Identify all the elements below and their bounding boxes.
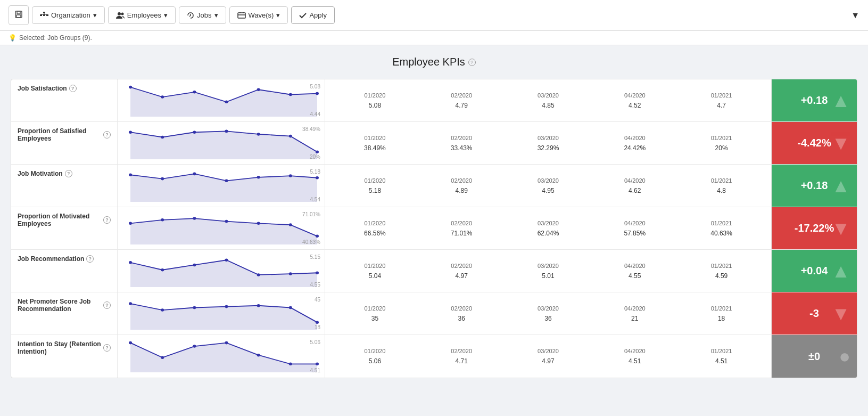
kpi-label-proportion-motivated: Proportion of Motivated Employees ? — [18, 213, 111, 227]
kpi-data-value: 38.49% — [332, 144, 418, 152]
page-title-info-icon[interactable]: ? — [468, 59, 476, 66]
svg-point-40 — [129, 222, 132, 225]
kpi-data-cell-job-recommendation: 01/202002/202003/202004/202001/2021 5.04… — [325, 250, 772, 292]
kpi-delta-cell-nps-job-recommendation: -3 ▼ — [772, 292, 857, 335]
svg-point-45 — [289, 223, 292, 226]
svg-point-60 — [257, 304, 260, 307]
kpi-info-icon-job-motivation[interactable]: ? — [65, 170, 72, 177]
main-content: Employee KPIs ? Job Satisfaction ? 5.08 … — [0, 45, 868, 389]
kpi-data-value: 4.51 — [591, 357, 678, 365]
kpi-data-value: 4.85 — [505, 102, 592, 109]
svg-point-24 — [129, 130, 132, 134]
kpi-delta-icon-intention-to-stay: ● — [839, 345, 850, 368]
kpi-chart-job-motivation — [120, 170, 323, 202]
svg-point-18 — [193, 91, 196, 94]
save-button[interactable] — [9, 5, 29, 25]
svg-point-9 — [118, 12, 121, 15]
kpi-chart-cell-proportion-satisfied: 38.49% 20% — [118, 122, 325, 164]
organization-button[interactable]: Organization ▾ — [32, 6, 105, 24]
kpi-data-cell-proportion-motivated: 01/202002/202003/202004/202001/2021 66.5… — [325, 207, 772, 249]
kpi-row-intention-to-stay: Intention to Stay (Retention Intention) … — [11, 335, 857, 378]
kpi-info-icon-job-recommendation[interactable]: ? — [86, 255, 94, 263]
svg-point-51 — [225, 258, 228, 262]
page-title: Employee KPIs ? — [11, 56, 857, 68]
svg-point-70 — [316, 363, 319, 366]
kpi-info-icon-nps-job-recommendation[interactable]: ? — [103, 301, 111, 309]
kpi-data-value: 4.51 — [678, 357, 765, 365]
kpi-data-values-job-satisfaction: 5.084.794.854.524.7 — [332, 102, 765, 109]
kpi-info-icon-intention-to-stay[interactable]: ? — [103, 344, 111, 352]
kpi-delta-value-proportion-motivated: -17.22% — [795, 222, 834, 234]
kpi-data-value: 5.04 — [332, 272, 418, 280]
kpi-chart-scale-bottom-job-recommendation: 4.55 — [310, 282, 320, 288]
svg-rect-1 — [17, 11, 20, 14]
kpi-chart-nps-job-recommendation — [120, 298, 323, 330]
svg-point-21 — [289, 93, 292, 96]
kpi-col-header: 02/2020 — [418, 305, 505, 312]
waves-button[interactable]: Wave(s) ▾ — [229, 6, 288, 24]
kpi-data-values-job-motivation: 5.184.894.954.624.8 — [332, 187, 765, 194]
kpi-delta-icon-nps-job-recommendation: ▼ — [831, 303, 850, 325]
kpi-chart-proportion-satisfied — [120, 127, 323, 159]
sub-toolbar-icon: 💡 — [9, 34, 16, 42]
kpi-data-value: 4.89 — [418, 187, 505, 194]
kpi-label-proportion-satisfied: Proportion of Satisfied Employees ? — [18, 127, 111, 142]
svg-point-38 — [316, 176, 319, 180]
kpi-data-cell-proportion-satisfied: 01/202002/202003/202004/202001/2021 38.4… — [325, 122, 772, 164]
sub-toolbar: 💡 Selected: Job Groups (9). — [0, 31, 868, 45]
apply-button[interactable]: Apply — [291, 6, 335, 24]
kpi-delta-icon-job-satisfaction: ▲ — [831, 89, 850, 112]
kpi-chart-cell-proportion-motivated: 71.01% 40.63% — [118, 207, 325, 249]
kpi-delta-icon-job-recommendation: ▲ — [831, 260, 850, 282]
kpi-col-header: 02/2020 — [418, 92, 505, 99]
svg-point-16 — [129, 85, 132, 88]
kpi-info-icon-proportion-satisfied[interactable]: ? — [103, 131, 111, 138]
kpi-data-value: 36 — [505, 315, 592, 322]
kpi-col-header: 01/2021 — [678, 135, 765, 141]
kpi-data-cell-job-satisfaction: 01/202002/202003/202004/202001/2021 5.08… — [325, 79, 772, 121]
svg-point-29 — [289, 134, 292, 137]
kpi-label-job-recommendation: Job Recommendation ? — [18, 255, 111, 263]
organization-label: Organization — [51, 11, 90, 19]
kpi-data-value: 4.52 — [591, 102, 678, 109]
kpi-info-icon-job-satisfaction[interactable]: ? — [69, 85, 77, 92]
kpi-delta-icon-proportion-satisfied: ▼ — [831, 132, 850, 154]
apply-label: Apply — [309, 11, 327, 19]
kpi-col-header: 04/2020 — [591, 348, 678, 354]
kpi-delta-cell-job-motivation: +0.18 ▲ — [772, 165, 857, 207]
kpi-data-values-proportion-motivated: 66.56%71.01%62.04%57.85%40.63% — [332, 230, 765, 237]
svg-point-36 — [257, 176, 260, 179]
svg-point-17 — [161, 95, 164, 99]
kpi-col-header: 04/2020 — [591, 135, 678, 141]
kpi-label-cell-proportion-satisfied: Proportion of Satisfied Employees ? — [11, 122, 118, 164]
kpi-chart-scale-top-job-motivation: 5.18 — [310, 169, 320, 175]
filter-icon[interactable]: ▼ — [851, 11, 859, 20]
kpi-col-header: 04/2020 — [591, 220, 678, 226]
svg-point-43 — [225, 219, 228, 223]
kpi-data-value: 4.7 — [678, 102, 765, 109]
kpi-row-proportion-motivated: Proportion of Motivated Employees ? 71.0… — [11, 207, 857, 250]
kpi-label-cell-job-motivation: Job Motivation ? — [11, 165, 118, 207]
kpi-info-icon-proportion-motivated[interactable]: ? — [103, 216, 111, 224]
svg-point-28 — [257, 133, 260, 136]
kpi-col-header: 04/2020 — [591, 305, 678, 312]
jobs-button[interactable]: Jobs ▾ — [179, 6, 226, 24]
kpi-delta-cell-proportion-satisfied: -4.42% ▼ — [772, 122, 857, 164]
svg-point-62 — [316, 321, 319, 324]
kpi-label-cell-intention-to-stay: Intention to Stay (Retention Intention) … — [11, 335, 118, 378]
kpi-chart-scale-top-nps-job-recommendation: 45 — [315, 297, 320, 303]
kpi-col-header: 01/2020 — [332, 92, 418, 99]
svg-rect-3 — [43, 12, 45, 13]
kpi-data-header-intention-to-stay: 01/202002/202003/202004/202001/2021 — [332, 348, 765, 354]
employees-chevron: ▾ — [164, 11, 168, 19]
kpi-row-nps-job-recommendation: Net Promoter Score Job Recommendation ? … — [11, 292, 857, 335]
kpi-label-cell-nps-job-recommendation: Net Promoter Score Job Recommendation ? — [11, 292, 118, 335]
svg-point-10 — [121, 12, 123, 15]
kpi-row-proportion-satisfied: Proportion of Satisfied Employees ? 38.4… — [11, 122, 857, 165]
kpi-delta-cell-proportion-motivated: -17.22% ▼ — [772, 207, 857, 249]
employees-button[interactable]: Employees ▾ — [108, 6, 176, 24]
kpi-label-cell-proportion-motivated: Proportion of Motivated Employees ? — [11, 207, 118, 249]
kpi-chart-scale-top-intention-to-stay: 5.06 — [310, 339, 320, 345]
kpi-chart-cell-job-recommendation: 5.15 4.55 — [118, 250, 325, 292]
kpi-col-header: 02/2020 — [418, 177, 505, 184]
